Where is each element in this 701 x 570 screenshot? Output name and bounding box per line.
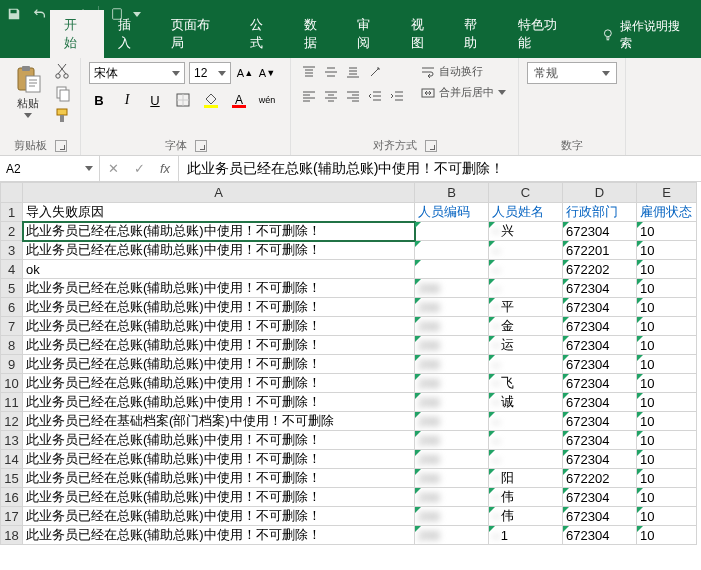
cell[interactable]: 672304 <box>563 317 637 336</box>
cell[interactable]: 10 <box>637 317 697 336</box>
cell[interactable]: --平 <box>489 298 563 317</box>
tab-data[interactable]: 数据 <box>290 10 344 58</box>
cell[interactable]: 672304 <box>563 488 637 507</box>
cell[interactable]: 10 <box>637 526 697 545</box>
cell[interactable]: --飞 <box>489 374 563 393</box>
underline-button[interactable]: U <box>145 90 165 110</box>
cell[interactable]: 10 <box>637 279 697 298</box>
row-header[interactable]: 7 <box>1 317 23 336</box>
shrink-font-button[interactable]: A▼ <box>257 63 277 83</box>
col-header-C[interactable]: C <box>489 183 563 203</box>
row-header[interactable]: 8 <box>1 336 23 355</box>
wrap-text-button[interactable]: 自动换行 <box>417 62 510 81</box>
cell[interactable]: 200 <box>415 355 489 374</box>
align-launcher-icon[interactable] <box>425 140 437 152</box>
decrease-indent-button[interactable] <box>365 86 385 106</box>
fx-icon[interactable]: fx <box>152 161 178 176</box>
cell[interactable]: 10 <box>637 507 697 526</box>
col-header-D[interactable]: D <box>563 183 637 203</box>
cell[interactable]: 此业务员已经在总账(辅助总账)中使用！不可删除！ <box>23 526 415 545</box>
row-header[interactable]: 15 <box>1 469 23 488</box>
number-format-select[interactable]: 常规 <box>527 62 617 84</box>
row-header[interactable]: 12 <box>1 412 23 431</box>
cell[interactable]: 672304 <box>563 336 637 355</box>
row-header[interactable]: 13 <box>1 431 23 450</box>
row-header[interactable]: 3 <box>1 241 23 260</box>
font-name-select[interactable]: 宋体 <box>89 62 185 84</box>
cell[interactable]: 此业务员已经在总账(辅助总账)中使用！不可删除！ <box>23 222 415 241</box>
cell[interactable]: 672304 <box>563 355 637 374</box>
row-header[interactable]: 1 <box>1 203 23 222</box>
cell[interactable]: 此业务员已经在总账(辅助总账)中使用！不可删除！ <box>23 393 415 412</box>
tab-insert[interactable]: 插入 <box>104 10 158 58</box>
cell[interactable]: 200 <box>415 317 489 336</box>
font-size-select[interactable]: 12 <box>189 62 231 84</box>
cell[interactable]: 200 <box>415 298 489 317</box>
cell[interactable]: --伟 <box>489 488 563 507</box>
fill-color-button[interactable] <box>201 90 221 110</box>
cell[interactable]: 200 <box>415 279 489 298</box>
cell[interactable]: 此业务员已经在总账(辅助总账)中使用！不可删除！ <box>23 374 415 393</box>
cell[interactable]: 此业务员已经在总账(辅助总账)中使用！不可删除！ <box>23 317 415 336</box>
formula-input[interactable]: 此业务员已经在总账(辅助总账)中使用！不可删除！ <box>179 156 701 181</box>
row-header[interactable]: 14 <box>1 450 23 469</box>
cell[interactable]: -- <box>489 412 563 431</box>
cell[interactable]: --金 <box>489 317 563 336</box>
cell[interactable]: 此业务员已经在总账(辅助总账)中使用！不可删除！ <box>23 488 415 507</box>
cell[interactable]: 10 <box>637 374 697 393</box>
row-header[interactable]: 5 <box>1 279 23 298</box>
cell[interactable]: -- <box>489 260 563 279</box>
cell[interactable]: -- <box>489 450 563 469</box>
cell[interactable]: 200 <box>415 412 489 431</box>
cell[interactable]: 10 <box>637 336 697 355</box>
cell[interactable]: 200 <box>415 431 489 450</box>
row-header[interactable]: 9 <box>1 355 23 374</box>
cell[interactable]: --伟 <box>489 507 563 526</box>
cell[interactable]: -- <box>489 279 563 298</box>
cell[interactable]: --兴 <box>489 222 563 241</box>
cell[interactable]: -- <box>489 431 563 450</box>
cell[interactable]: 672201 <box>563 241 637 260</box>
undo-icon[interactable] <box>30 4 50 24</box>
col-header-A[interactable]: A <box>23 183 415 203</box>
cell[interactable] <box>415 222 489 241</box>
tab-home[interactable]: 开始 <box>50 10 104 58</box>
cell[interactable]: 此业务员已经在总账(辅助总账)中使用！不可删除！ <box>23 336 415 355</box>
cell[interactable]: 672202 <box>563 469 637 488</box>
cell[interactable]: 200 <box>415 374 489 393</box>
cell[interactable]: 此业务员已经在基础档案(部门档案)中使用！不可删除 <box>23 412 415 431</box>
grow-font-button[interactable]: A▲ <box>235 63 255 83</box>
col-header-B[interactable]: B <box>415 183 489 203</box>
cell[interactable]: 10 <box>637 431 697 450</box>
clipboard-launcher-icon[interactable] <box>55 140 67 152</box>
cell[interactable]: 200 <box>415 507 489 526</box>
cell[interactable]: 10 <box>637 412 697 431</box>
cell[interactable]: 10 <box>637 355 697 374</box>
align-center-button[interactable] <box>321 86 341 106</box>
cell[interactable]: 10 <box>637 222 697 241</box>
cell[interactable]: 10 <box>637 260 697 279</box>
cell[interactable]: 200 <box>415 336 489 355</box>
cell[interactable]: 人员姓名 <box>489 203 563 222</box>
merge-center-button[interactable]: 合并后居中 <box>417 83 510 102</box>
cell[interactable]: 672304 <box>563 222 637 241</box>
italic-button[interactable]: I <box>117 90 137 110</box>
increase-indent-button[interactable] <box>387 86 407 106</box>
cell[interactable]: 10 <box>637 469 697 488</box>
align-left-button[interactable] <box>299 86 319 106</box>
cell[interactable]: 200 <box>415 393 489 412</box>
cell[interactable]: 此业务员已经在总账(辅助总账)中使用！不可删除！ <box>23 450 415 469</box>
cancel-formula-button[interactable]: ✕ <box>100 161 126 176</box>
cell[interactable]: 200 <box>415 526 489 545</box>
col-header-E[interactable]: E <box>637 183 697 203</box>
cell[interactable]: 人员编码 <box>415 203 489 222</box>
row-header[interactable]: 17 <box>1 507 23 526</box>
cell[interactable]: 200 <box>415 469 489 488</box>
cell[interactable]: 10 <box>637 241 697 260</box>
cell[interactable]: 10 <box>637 488 697 507</box>
bold-button[interactable]: B <box>89 90 109 110</box>
cell[interactable]: -- <box>489 355 563 374</box>
cell[interactable]: 导入失败原因 <box>23 203 415 222</box>
align-right-button[interactable] <box>343 86 363 106</box>
format-painter-icon[interactable] <box>54 106 72 124</box>
